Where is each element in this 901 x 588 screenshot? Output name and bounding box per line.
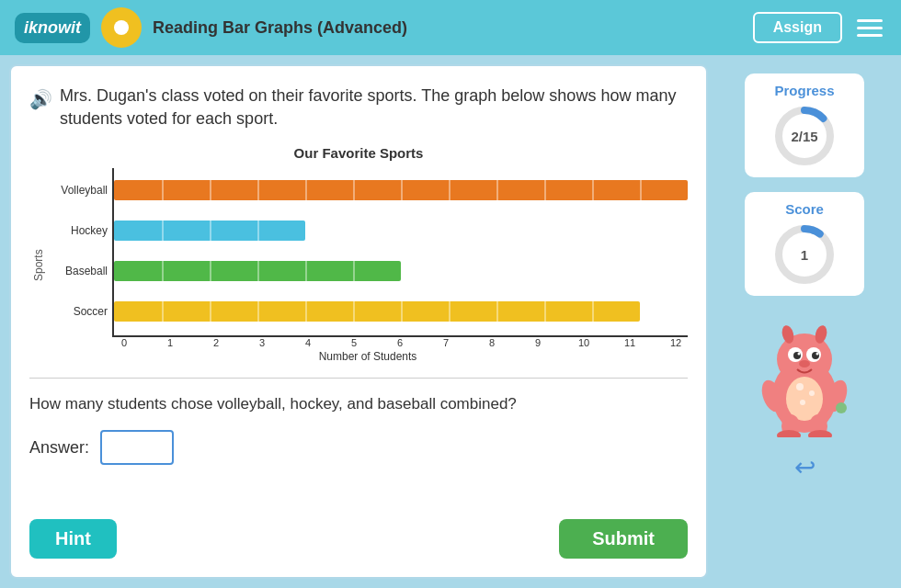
hint-button[interactable]: Hint — [29, 519, 117, 559]
answer-row: Answer: — [29, 430, 688, 465]
bar-fill — [114, 180, 688, 200]
question-block: 🔊 Mrs. Dugan's class voted on their favo… — [29, 85, 688, 130]
x-axis-tick: 9 — [526, 337, 550, 348]
app-header: iknowit Reading Bar Graphs (Advanced) As… — [0, 0, 901, 55]
menu-line-1 — [857, 19, 883, 22]
logo-circle-inner — [114, 20, 129, 35]
x-axis-tick: 3 — [250, 337, 274, 348]
bar-label: Baseball — [45, 265, 108, 277]
button-row: Hint Submit — [29, 519, 688, 559]
answer-input[interactable] — [100, 430, 174, 465]
x-axis-tick: 11 — [618, 337, 642, 348]
x-axis-tick: 4 — [296, 337, 320, 348]
main-container: 🔊 Mrs. Dugan's class voted on their favo… — [0, 55, 901, 588]
x-axis-numbers: 0123456789101112 — [112, 337, 688, 348]
bar-row: Volleyball — [114, 172, 688, 209]
answer-label: Answer: — [29, 438, 89, 458]
bar-fill — [114, 220, 305, 241]
svg-point-10 — [798, 353, 801, 356]
assign-button[interactable]: Assign — [753, 12, 842, 43]
score-label: Score — [785, 201, 824, 217]
question-text: Mrs. Dugan's class voted on their favori… — [60, 85, 688, 130]
x-axis-tick: 1 — [158, 337, 182, 348]
x-axis-tick: 0 — [112, 337, 136, 348]
back-arrow-button[interactable]: ↩ — [794, 452, 815, 482]
menu-button[interactable] — [853, 16, 886, 40]
followup-question: How many students chose volleyball, hock… — [29, 393, 688, 415]
x-axis-tick: 10 — [572, 337, 596, 348]
section-divider — [29, 378, 688, 379]
chart-title: Our Favorite Sports — [294, 145, 424, 161]
score-donut: 1 — [772, 222, 837, 287]
x-axis-title: Number of Students — [48, 350, 688, 363]
score-widget: Score 1 — [745, 192, 864, 296]
x-axis-tick: 2 — [204, 337, 228, 348]
mascot-image — [749, 318, 860, 437]
svg-point-11 — [816, 353, 819, 356]
progress-widget: Progress 2/15 — [745, 74, 864, 177]
x-axis-tick: 12 — [664, 337, 688, 348]
chart-with-axes: VolleyballHockeyBaseballSoccer 012345678… — [48, 168, 688, 363]
submit-button[interactable]: Submit — [559, 519, 688, 559]
page-title: Reading Bar Graphs (Advanced) — [153, 18, 742, 38]
svg-point-17 — [786, 377, 823, 421]
svg-point-12 — [799, 360, 810, 368]
bar-label: Volleyball — [45, 184, 108, 197]
score-value: 1 — [801, 247, 808, 263]
sidebar: Progress 2/15 Score 1 — [717, 64, 892, 579]
svg-point-20 — [800, 400, 805, 405]
bar-fill — [114, 301, 640, 322]
chart-area: Sports VolleyballHockeyBaseballSoccer 01… — [29, 168, 688, 363]
bars-area: VolleyballHockeyBaseballSoccer — [112, 168, 688, 337]
menu-line-2 — [857, 27, 883, 29]
x-axis-tick: 7 — [434, 337, 458, 348]
menu-line-3 — [857, 34, 883, 37]
logo: iknowit — [15, 13, 90, 43]
bar-row: Baseball — [114, 253, 688, 289]
chart-container: Our Favorite Sports Sports VolleyballHoc… — [29, 145, 688, 363]
bar-label: Soccer — [45, 305, 108, 318]
svg-point-18 — [796, 383, 804, 390]
progress-donut: 2/15 — [772, 104, 837, 168]
x-axis-tick: 8 — [480, 337, 504, 348]
bar-row: Soccer — [114, 293, 688, 330]
bar-row: Hockey — [114, 212, 688, 249]
bar-fill — [114, 261, 401, 281]
logo-circle — [101, 7, 142, 48]
svg-point-25 — [836, 402, 847, 413]
content-area: 🔊 Mrs. Dugan's class voted on their favo… — [9, 64, 708, 579]
speaker-icon[interactable]: 🔊 — [29, 86, 52, 112]
x-axis-tick: 5 — [342, 337, 366, 348]
bar-label: Hockey — [45, 224, 108, 237]
x-axis-tick: 6 — [388, 337, 412, 348]
svg-point-19 — [809, 390, 815, 396]
progress-label: Progress — [774, 83, 834, 98]
progress-value: 2/15 — [791, 129, 817, 144]
